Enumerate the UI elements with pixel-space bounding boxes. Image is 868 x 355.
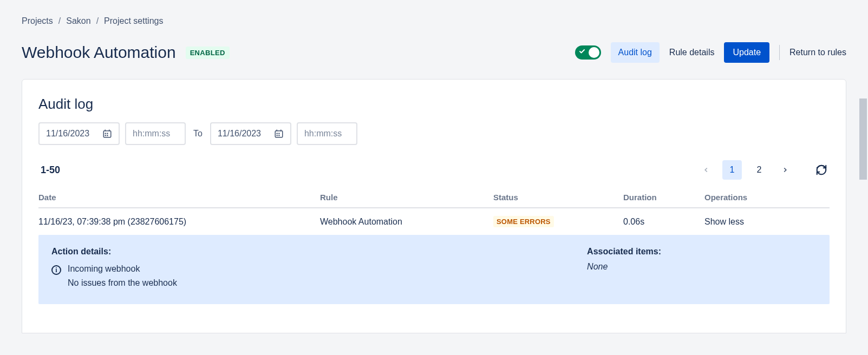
svg-rect-1 xyxy=(105,133,106,134)
cell-operations: Show less xyxy=(696,217,830,227)
table-row[interactable]: 11/16/23, 07:39:38 pm (23827606175) Webh… xyxy=(38,208,830,235)
status-badge-enabled: ENABLED xyxy=(186,47,230,59)
card-title: Audit log xyxy=(38,96,830,113)
breadcrumb-sakon[interactable]: Sakon xyxy=(66,16,90,26)
cell-date: 11/16/23, 07:39:38 pm (23827606175) xyxy=(38,217,320,227)
prev-page-button[interactable] xyxy=(697,161,715,179)
col-date: Date xyxy=(38,193,320,202)
chevron-right-icon xyxy=(781,166,789,174)
status-chip-some-errors: SOME ERRORS xyxy=(493,216,554,227)
rule-details-tab[interactable]: Rule details xyxy=(669,48,715,57)
action-details-title: Action details: xyxy=(51,247,549,257)
breadcrumb-sep: / xyxy=(58,16,61,26)
calendar-icon xyxy=(274,129,284,139)
table-header: Date Rule Status Duration Operations xyxy=(38,187,830,208)
update-button[interactable]: Update xyxy=(724,42,769,63)
breadcrumb-settings[interactable]: Project settings xyxy=(104,16,163,26)
breadcrumb-projects[interactable]: Projects xyxy=(22,16,53,26)
breadcrumb-sep: / xyxy=(96,16,99,26)
to-label: To xyxy=(191,129,205,139)
from-date-value: 11/16/2023 xyxy=(46,129,89,139)
col-status: Status xyxy=(493,193,623,202)
page-2[interactable]: 2 xyxy=(749,160,769,180)
enable-toggle[interactable] xyxy=(575,45,601,60)
return-to-rules-link[interactable]: Return to rules xyxy=(789,48,846,57)
svg-rect-4 xyxy=(107,135,108,136)
refresh-icon[interactable] xyxy=(815,164,827,176)
results-range: 1-50 xyxy=(41,165,60,176)
svg-rect-11 xyxy=(278,135,279,136)
audit-log-card: Audit log 11/16/2023 hh:mm:ss To 11/16/2… xyxy=(22,79,846,333)
cell-rule: Webhook Automation xyxy=(320,217,493,227)
to-time-placeholder: hh:mm:ss xyxy=(304,129,342,139)
svg-rect-8 xyxy=(276,133,277,134)
col-rule: Rule xyxy=(320,193,493,202)
from-time-input[interactable]: hh:mm:ss xyxy=(125,122,186,145)
page-1[interactable]: 1 xyxy=(722,160,742,180)
action-detail-subline: No issues from the webhook xyxy=(68,278,549,288)
toggle-knob xyxy=(589,47,599,58)
divider xyxy=(779,45,780,60)
action-details-panel: Action details: i Incoming webhook No is… xyxy=(38,235,830,304)
chevron-left-icon xyxy=(702,166,710,174)
page-title: Webhook Automation xyxy=(22,43,176,62)
svg-rect-3 xyxy=(105,135,106,136)
scroll-thumb[interactable] xyxy=(859,98,867,180)
audit-log-tab[interactable]: Audit log xyxy=(611,42,660,63)
date-filter-row: 11/16/2023 hh:mm:ss To 11/16/2023 hh:mm:… xyxy=(38,122,830,145)
check-icon xyxy=(579,48,585,56)
action-detail-line: Incoming webhook xyxy=(68,264,140,274)
cell-duration: 0.06s xyxy=(623,217,696,227)
info-icon: i xyxy=(51,265,61,275)
calendar-icon xyxy=(102,129,112,139)
svg-rect-9 xyxy=(278,133,279,134)
col-operations: Operations xyxy=(696,193,830,202)
breadcrumb: Projects / Sakon / Project settings xyxy=(22,0,846,37)
show-less-toggle[interactable]: Show less xyxy=(704,217,744,226)
svg-rect-10 xyxy=(276,135,277,136)
next-page-button[interactable] xyxy=(776,161,794,179)
associated-items-value: None xyxy=(587,262,817,272)
to-date-input[interactable]: 11/16/2023 xyxy=(210,122,291,145)
to-date-value: 11/16/2023 xyxy=(218,129,261,139)
col-duration: Duration xyxy=(623,193,696,202)
svg-rect-2 xyxy=(107,133,108,134)
scrollbar[interactable] xyxy=(858,98,868,355)
to-time-input[interactable]: hh:mm:ss xyxy=(297,122,357,145)
cell-status: SOME ERRORS xyxy=(493,216,623,227)
from-date-input[interactable]: 11/16/2023 xyxy=(38,122,120,145)
from-time-placeholder: hh:mm:ss xyxy=(133,129,170,139)
associated-items-title: Associated items: xyxy=(587,247,817,257)
